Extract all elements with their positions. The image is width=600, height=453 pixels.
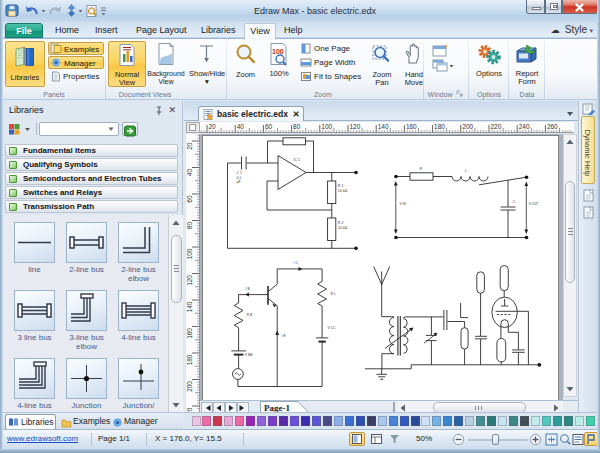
svg-text:I B: I B <box>246 287 251 291</box>
svg-text:R 1: R 1 <box>338 184 344 188</box>
svg-text:180: 180 <box>434 123 445 130</box>
svg-text:120: 120 <box>186 275 193 286</box>
svg-text:V CC: V CC <box>328 326 337 330</box>
svg-text:I C: I C <box>294 261 299 265</box>
svg-text:180: 180 <box>186 354 193 365</box>
svg-text:120: 120 <box>350 123 361 130</box>
svg-text:60: 60 <box>186 195 193 203</box>
svg-text:200: 200 <box>186 381 193 392</box>
svg-text:V OUT: V OUT <box>529 202 539 206</box>
svg-text:V BB: V BB <box>245 353 253 357</box>
svg-text:260: 260 <box>547 123 558 130</box>
svg-text:200: 200 <box>462 123 473 130</box>
svg-text:220: 220 <box>491 123 502 130</box>
svg-text:80: 80 <box>186 222 193 230</box>
svg-text:V IN: V IN <box>400 202 407 206</box>
svg-text:C: C <box>513 200 516 204</box>
svg-text:R 2: R 2 <box>338 221 344 225</box>
svg-text:10 kΩ: 10 kΩ <box>338 189 348 193</box>
svg-text:Page-1: Page-1 <box>264 403 290 413</box>
svg-text:R: R <box>420 167 423 171</box>
svg-text:40: 40 <box>186 169 193 177</box>
svg-text:60: 60 <box>265 123 273 130</box>
svg-text:I E: I E <box>282 334 287 338</box>
svg-text:0.1: 0.1 <box>237 176 242 180</box>
svg-text:20: 20 <box>186 142 193 150</box>
svg-text:R L: R L <box>331 292 336 296</box>
svg-text:C 1: C 1 <box>237 171 242 175</box>
svg-text:R B: R B <box>247 313 253 317</box>
svg-text:140: 140 <box>186 301 193 312</box>
svg-text:100: 100 <box>272 48 284 55</box>
svg-text:100: 100 <box>186 248 193 259</box>
svg-text:100: 100 <box>321 123 332 130</box>
svg-text:L: L <box>465 169 467 173</box>
svg-text:140: 140 <box>378 123 389 130</box>
svg-text:160: 160 <box>406 123 417 130</box>
svg-text:80: 80 <box>293 123 301 130</box>
svg-text:40: 40 <box>237 123 245 130</box>
svg-text:10 kΩ: 10 kΩ <box>338 226 348 230</box>
svg-text:240: 240 <box>519 123 530 130</box>
svg-text:µF: µF <box>237 180 241 184</box>
svg-text:IC 1: IC 1 <box>294 158 301 162</box>
svg-text:160: 160 <box>186 328 193 339</box>
svg-text:20: 20 <box>209 123 217 130</box>
